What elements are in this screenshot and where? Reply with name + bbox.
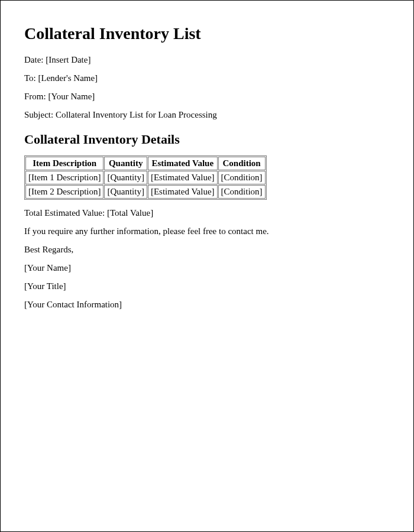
col-condition: Condition: [218, 157, 266, 170]
table-header-row: Item Description Quantity Estimated Valu…: [25, 157, 266, 170]
from-label: From:: [24, 92, 46, 101]
col-value: Estimated Value: [148, 157, 218, 170]
date-label: Date:: [24, 55, 43, 64]
cell-value: [Estimated Value]: [148, 185, 218, 199]
cell-item: [Item 2 Description]: [25, 185, 104, 199]
from-line: From: [Your Name]: [24, 92, 390, 102]
signature-name: [Your Name]: [24, 263, 390, 273]
subject-line: Subject: Collateral Inventory List for L…: [24, 110, 390, 120]
signoff: Best Regards,: [24, 245, 390, 255]
subject-label: Subject:: [24, 110, 53, 119]
cell-item: [Item 1 Description]: [25, 171, 104, 184]
cell-value: [Estimated Value]: [148, 171, 218, 184]
page-title: Collateral Inventory List: [24, 24, 390, 43]
col-item: Item Description: [25, 157, 104, 170]
section-heading: Collateral Inventory Details: [24, 132, 390, 147]
table-row: [Item 2 Description] [Quantity] [Estimat…: [25, 185, 266, 199]
total-label: Total Estimated Value:: [24, 208, 105, 218]
to-value: [Lender's Name]: [38, 73, 98, 83]
cell-condition: [Condition]: [218, 171, 266, 184]
cell-quantity: [Quantity]: [104, 171, 147, 184]
cell-condition: [Condition]: [218, 185, 266, 199]
signature-contact: [Your Contact Information]: [24, 300, 390, 310]
date-value: [Insert Date]: [46, 55, 90, 64]
table-row: [Item 1 Description] [Quantity] [Estimat…: [25, 171, 266, 184]
closing-line: If you require any further information, …: [24, 226, 390, 236]
cell-quantity: [Quantity]: [104, 185, 147, 199]
total-value: [Total Value]: [107, 208, 153, 218]
date-line: Date: [Insert Date]: [24, 55, 390, 65]
from-value: [Your Name]: [48, 92, 95, 101]
to-line: To: [Lender's Name]: [24, 73, 390, 83]
subject-value: Collateral Inventory List for Loan Proce…: [56, 110, 217, 119]
to-label: To:: [24, 73, 36, 83]
col-quantity: Quantity: [104, 157, 147, 170]
total-line: Total Estimated Value: [Total Value]: [24, 208, 390, 218]
collateral-table: Item Description Quantity Estimated Valu…: [24, 155, 267, 200]
document-page: Collateral Inventory List Date: [Insert …: [0, 0, 414, 532]
signature-title: [Your Title]: [24, 281, 390, 291]
